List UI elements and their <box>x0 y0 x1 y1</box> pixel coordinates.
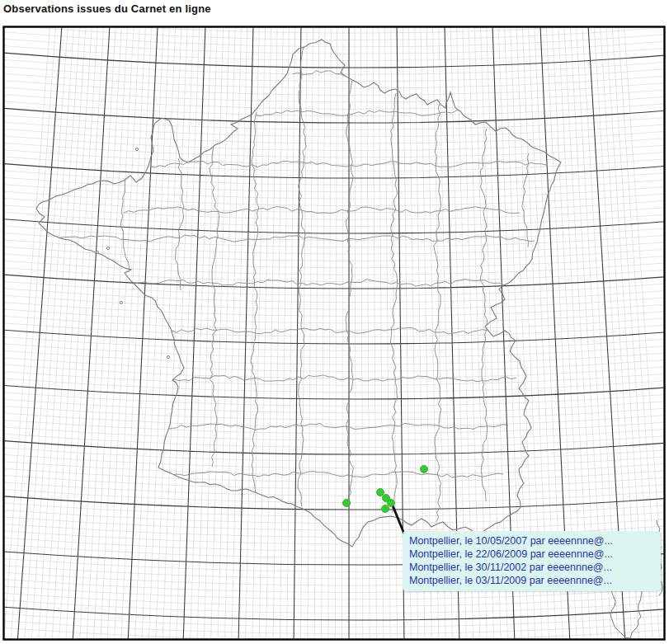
small-island <box>96 251 98 253</box>
observation-entry: Montpellier, le 03/11/2009 par eeeennne@… <box>409 574 654 587</box>
observation-marker[interactable] <box>343 500 351 507</box>
small-island <box>120 301 122 303</box>
small-island <box>167 355 169 358</box>
observation-marker[interactable] <box>382 505 389 513</box>
page: { "page": { "title": "Observations issue… <box>0 0 669 644</box>
small-island <box>135 148 138 150</box>
observation-marker[interactable] <box>377 489 384 496</box>
observation-entry: Montpellier, le 10/05/2007 par eeeennne@… <box>409 534 654 548</box>
observation-entry: Montpellier, le 30/11/2002 par eeeennne@… <box>409 561 654 574</box>
observation-marker[interactable] <box>421 466 428 473</box>
observation-entry: Montpellier, le 22/06/2009 par eeeennne@… <box>409 548 654 561</box>
small-island <box>106 247 109 249</box>
observation-tooltip: Montpellier, le 10/05/2007 par eeeennne@… <box>403 531 661 591</box>
observation-marker[interactable] <box>388 500 395 507</box>
